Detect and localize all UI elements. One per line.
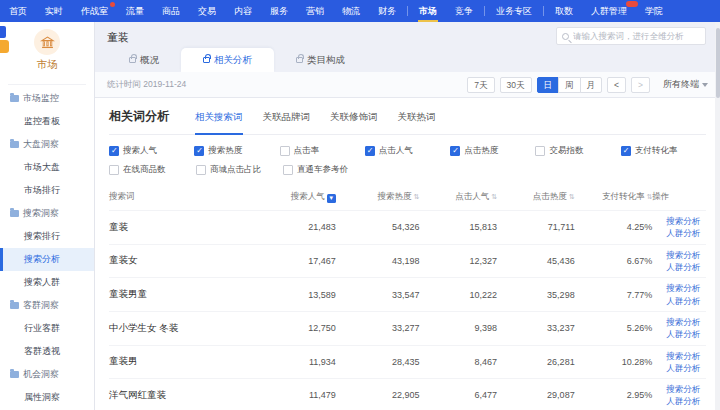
nav-service[interactable]: 服务: [261, 0, 297, 22]
checkbox[interactable]: [109, 165, 119, 175]
sort-desc-icon[interactable]: ▼: [327, 194, 336, 203]
page-tabs: 概况 相关分析 类目构成: [95, 48, 720, 72]
nav-product[interactable]: 商品: [153, 0, 189, 22]
folder-icon: [10, 95, 19, 102]
crowd-analysis-link[interactable]: 人群分析: [666, 227, 706, 239]
cell-click-heat: 33,237: [497, 311, 575, 345]
metric-click-heat[interactable]: 点击热度: [450, 145, 535, 157]
red-dot-badge: [110, 2, 115, 7]
checkbox[interactable]: [280, 146, 290, 156]
metric-click-pop[interactable]: 点击人气: [365, 145, 450, 157]
cell-search-pop: 21,483: [246, 211, 336, 245]
granularity-week-button[interactable]: 周: [558, 77, 581, 93]
col-pay-rate[interactable]: 支付转化率⇅: [575, 183, 653, 211]
sidebar-item-market-overview[interactable]: 市场大盘: [0, 156, 94, 179]
nav-academy[interactable]: 学院: [636, 0, 672, 22]
metric-online-items[interactable]: 在线商品数: [109, 164, 196, 176]
nav-competition[interactable]: 竞争: [446, 0, 482, 22]
metric-mall-click-share[interactable]: 商城点击占比: [196, 164, 283, 176]
search-analysis-link[interactable]: 搜索分析: [666, 350, 706, 362]
metric-search-pop[interactable]: 搜索人气: [109, 145, 194, 157]
sidebar-item-market-ranking[interactable]: 市场排行: [0, 179, 94, 202]
checkbox[interactable]: [621, 146, 631, 156]
nav-content[interactable]: 内容: [225, 0, 261, 22]
col-click-heat[interactable]: 点击热度⇅: [497, 183, 575, 211]
crowd-analysis-link[interactable]: 人群分析: [666, 295, 706, 307]
module-label: 市场: [0, 58, 94, 72]
scrollbar-thumb[interactable]: [716, 28, 720, 98]
subtab-brand-words[interactable]: 关联品牌词: [263, 111, 311, 135]
nav-market[interactable]: 市场: [410, 0, 446, 22]
scrollbar[interactable]: [715, 22, 720, 410]
nav-marketing[interactable]: 营销: [297, 0, 333, 22]
checkbox[interactable]: [109, 146, 119, 156]
nav-traffic[interactable]: 流量: [117, 0, 153, 22]
cell-keyword: 童装男童: [109, 278, 246, 312]
related-words-table: 搜索词 搜索人气▼ 搜索热度⇅ 点击人气⇅ 点击热度⇅ 支付转化率⇅ 操作 童装…: [109, 183, 706, 410]
search-analysis-link[interactable]: 搜索分析: [666, 316, 706, 328]
granularity-day-button[interactable]: 日: [537, 77, 560, 93]
metric-ztc-ref-price[interactable]: 直通车参考价: [283, 164, 370, 176]
crowd-analysis-link[interactable]: 人群分析: [666, 395, 706, 407]
checkbox[interactable]: [196, 165, 206, 175]
tab-related-analysis[interactable]: 相关分析: [181, 48, 274, 72]
sidebar-item-search-ranking[interactable]: 搜索排行: [0, 225, 94, 248]
nav-trade[interactable]: 交易: [189, 0, 225, 22]
sidebar-item-search-analysis[interactable]: 搜索分析: [0, 248, 94, 271]
terminal-dropdown[interactable]: 所有终端: [663, 78, 708, 91]
tab-overview[interactable]: 概况: [107, 48, 181, 72]
sort-icon[interactable]: ⇅: [491, 193, 497, 200]
nav-logistics[interactable]: 物流: [333, 0, 369, 22]
tab-category-composition[interactable]: 类目构成: [274, 48, 367, 72]
sidebar-item-industry-customer[interactable]: 行业客群: [0, 317, 94, 340]
search-analysis-link[interactable]: 搜索分析: [666, 383, 706, 395]
sidebar-item-customer-perspective[interactable]: 客群透视: [0, 340, 94, 363]
checkbox[interactable]: [450, 146, 460, 156]
checkbox[interactable]: [535, 146, 545, 156]
table-row: 童装男 11,934 28,435 8,467 26,281 10.28% 搜索…: [109, 345, 706, 379]
sidebar-item-monitor-board[interactable]: 监控看板: [0, 110, 94, 133]
next-date-button[interactable]: >: [631, 77, 650, 93]
metric-click-rate[interactable]: 点击率: [280, 145, 365, 157]
cell-search-heat: 28,435: [336, 345, 420, 379]
sidebar-item-attribute-insight[interactable]: 属性洞察: [0, 386, 94, 409]
checkbox[interactable]: [365, 146, 375, 156]
subtab-related-search-words[interactable]: 相关搜索词: [195, 111, 243, 135]
checkbox[interactable]: [194, 146, 204, 156]
prev-date-button[interactable]: <: [607, 77, 626, 93]
search-analysis-link[interactable]: 搜索分析: [666, 249, 706, 261]
cell-keyword: 中小学生女 冬装: [109, 311, 246, 345]
crowd-analysis-link[interactable]: 人群分析: [666, 328, 706, 340]
nav-finance[interactable]: 财务: [369, 0, 405, 22]
granularity-month-button[interactable]: 月: [580, 77, 603, 93]
col-search-pop[interactable]: 搜索人气▼: [246, 183, 336, 211]
keyword-search-box[interactable]: [556, 27, 706, 45]
metric-trade-index[interactable]: 交易指数: [535, 145, 620, 157]
search-analysis-link[interactable]: 搜索分析: [666, 215, 706, 227]
metric-pay-conversion[interactable]: 支付转化率: [621, 145, 706, 157]
sidebar-item-search-crowd[interactable]: 搜索人群: [0, 271, 94, 294]
nav-warroom[interactable]: 作战室: [72, 0, 117, 22]
sort-icon[interactable]: ⇅: [569, 193, 575, 200]
metric-search-heat[interactable]: 搜索热度: [194, 145, 279, 157]
subtab-modifier-words[interactable]: 关联修饰词: [330, 111, 378, 135]
col-click-pop[interactable]: 点击人气⇅: [419, 183, 497, 211]
sort-icon[interactable]: ⇅: [414, 193, 420, 200]
subtab-hot-words[interactable]: 关联热词: [398, 111, 436, 135]
crowd-analysis-link[interactable]: 人群分析: [666, 261, 706, 273]
checkbox[interactable]: [283, 165, 293, 175]
search-input[interactable]: [573, 31, 700, 41]
range-30d-button[interactable]: 30天: [500, 77, 532, 93]
cell-search-heat: 33,277: [336, 311, 420, 345]
nav-business-zone[interactable]: 业务专区: [487, 0, 541, 22]
nav-data-fetch[interactable]: 取数: [546, 0, 582, 22]
nav-home[interactable]: 首页: [0, 0, 36, 22]
nav-realtime[interactable]: 实时: [36, 0, 72, 22]
cell-pay-rate: 7.77%: [575, 278, 653, 312]
crowd-analysis-link[interactable]: 人群分析: [666, 362, 706, 374]
floating-orange-tag[interactable]: [0, 40, 9, 53]
range-7d-button[interactable]: 7天: [467, 77, 494, 93]
col-search-heat[interactable]: 搜索热度⇅: [336, 183, 420, 211]
search-analysis-link[interactable]: 搜索分析: [666, 282, 706, 294]
nav-crowd-mgmt[interactable]: 人群管理: [582, 0, 636, 22]
